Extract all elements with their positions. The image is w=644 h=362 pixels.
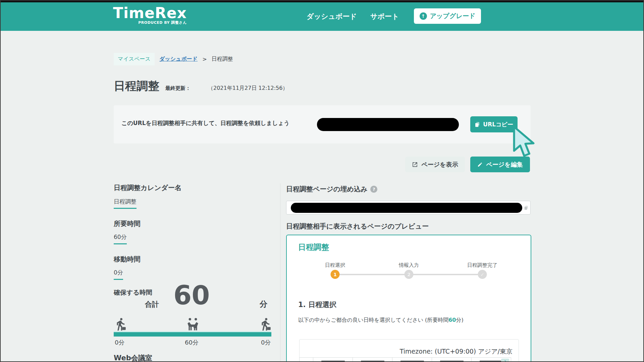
step3-check-icon: ✓ xyxy=(478,270,487,279)
url-copy-label: URLコピー xyxy=(483,121,513,128)
nav-dashboard[interactable]: ダッシュボード xyxy=(307,12,357,21)
preview-page-title: 日程調整 xyxy=(298,242,329,252)
clipped-text xyxy=(400,361,424,362)
clipped-text xyxy=(361,361,384,362)
window-frame-top xyxy=(1,1,643,2)
share-instruction: このURLを日程調整相手に共有して、日程調整を依頼しましょう xyxy=(121,119,290,127)
table-corner-cell xyxy=(299,357,313,362)
step1-marker: 1 xyxy=(331,270,340,279)
pencil-icon xyxy=(477,162,483,167)
booking-page-preview: 日程調整 日程選択 情報入力 日程調整完了 1 2 ✓ 1. 日程選択 以下の中… xyxy=(286,235,531,362)
share-url-card: このURLを日程調整相手に共有して、日程調整を依頼しましょう URLコピー xyxy=(114,105,531,143)
breadcrumb-separator: > xyxy=(202,56,207,62)
upgrade-arrow-icon: ↑ xyxy=(420,12,427,20)
step2-label: 情報入力 xyxy=(399,262,419,268)
logo-wordmark: TimeRex xyxy=(113,5,187,21)
table-date-cell xyxy=(392,357,432,362)
clipped-text xyxy=(480,361,503,362)
embed-copy-icon[interactable] xyxy=(524,205,529,210)
total-minutes-value: 60 xyxy=(173,282,210,308)
mouse-cursor-icon xyxy=(509,125,539,160)
table-date-cell xyxy=(432,357,472,362)
next-week-button[interactable]: › xyxy=(501,359,509,362)
preview-section-heading: 日程調整相手に表示されるページのプレビュー xyxy=(286,222,429,231)
instruction-prefix: 以下の中からご都合の良い日時を選択してください (所要時間 xyxy=(298,317,448,323)
step2-marker: 2 xyxy=(405,270,414,279)
page-title: 日程調整 xyxy=(114,78,159,94)
stepper-line-2 xyxy=(411,274,481,275)
external-link-icon xyxy=(412,162,418,168)
last-updated-value: （2021年11月27日 12:12:56） xyxy=(208,85,288,92)
instruction-duration-highlight: 60 xyxy=(448,317,456,323)
timeline-after-value: 0分 xyxy=(261,339,271,347)
embed-section-heading: 日程調整ページの埋め込み ? xyxy=(286,185,377,194)
travel-time-label: 移動時間 xyxy=(114,255,141,264)
total-minutes-unit: 分 xyxy=(260,299,267,309)
meeting-people-icon xyxy=(186,317,200,331)
reserved-time-labels: 確保する時間 合計 xyxy=(114,288,159,309)
share-url-redacted-value xyxy=(317,118,459,131)
upgrade-button[interactable]: ↑ アップグレード xyxy=(414,8,481,24)
timeline-meeting-value: 60分 xyxy=(185,339,199,347)
walking-person-after-icon xyxy=(258,317,272,331)
copy-icon xyxy=(475,122,480,127)
clipped-text xyxy=(440,361,464,362)
travel-time-value: 0分 xyxy=(114,269,123,280)
embed-heading-text: 日程調整ページの埋め込み xyxy=(286,185,367,194)
total-label: 合計 xyxy=(114,300,159,309)
view-page-button[interactable]: ページを表示 xyxy=(405,157,465,172)
embed-code-field[interactable] xyxy=(286,201,531,215)
app-header: TimeRex PRODUCED BY 調整さん ダッシュボード サポート ↑ … xyxy=(1,2,643,31)
page-title-row: 日程調整 最終更新： （2021年11月27日 12:12:56） xyxy=(114,78,288,94)
timeline-before-value: 0分 xyxy=(115,339,124,347)
breadcrumb-dashboard-link[interactable]: ダッシュボード xyxy=(159,56,198,63)
instruction-suffix: 分) xyxy=(456,317,463,323)
step1-label: 日程選択 xyxy=(325,262,345,268)
view-page-label: ページを表示 xyxy=(421,161,458,169)
table-date-cell xyxy=(313,357,353,362)
timerex-dashboard-page: TimeRex PRODUCED BY 調整さん ダッシュボード サポート ↑ … xyxy=(0,0,644,362)
timerex-logo[interactable]: TimeRex PRODUCED BY 調整さん xyxy=(113,5,187,25)
timeline-bar xyxy=(114,332,271,337)
stepper-line-1 xyxy=(337,274,407,275)
duration-value: 60分 xyxy=(114,233,127,244)
embed-code-redacted-value xyxy=(291,203,522,213)
last-updated-label: 最終更新： xyxy=(165,85,191,92)
calendar-name-label: 日程調整カレンダー名 xyxy=(114,183,181,192)
edit-page-label: ページを編集 xyxy=(486,161,523,169)
reserved-time-label: 確保する時間 xyxy=(114,288,159,297)
breadcrumb-current: 日程調整 xyxy=(212,56,233,63)
preview-step-section-title: 1. 日程選択 xyxy=(298,300,336,309)
breadcrumb-myspace[interactable]: マイスペース xyxy=(114,53,155,65)
nav-support[interactable]: サポート xyxy=(370,12,399,21)
clipped-text xyxy=(321,361,345,362)
step3-label: 日程調整完了 xyxy=(467,262,497,268)
help-icon[interactable]: ? xyxy=(370,186,377,193)
preview-instruction: 以下の中からご都合の良い日時を選択してください (所要時間60分) xyxy=(298,317,464,324)
upgrade-label: アップグレード xyxy=(430,12,476,20)
walking-person-before-icon xyxy=(113,317,127,331)
column-divider xyxy=(280,183,280,361)
web-meeting-label: Web会議室 xyxy=(114,353,152,362)
calendar-name-value: 日程調整 xyxy=(114,198,137,209)
duration-label: 所要時間 xyxy=(114,219,141,228)
breadcrumb: マイスペース ダッシュボード > 日程調整 xyxy=(114,53,233,65)
table-date-cell xyxy=(353,357,392,362)
timezone-value: Timezone: (UTC+09:00) アジア/東京 xyxy=(400,347,513,356)
preview-date-table xyxy=(299,357,511,362)
